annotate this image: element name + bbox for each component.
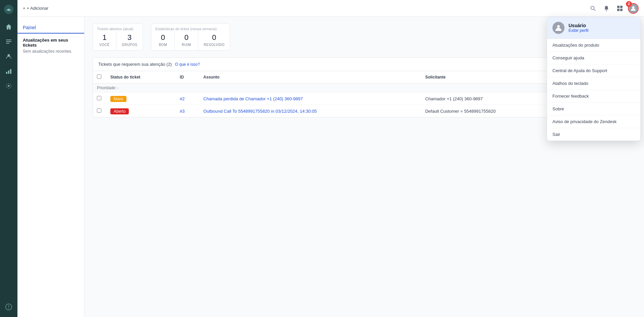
open-tickets-group: Tickets abertos (atual) 1 VOCÊ 3 GRUPOS [93,23,143,51]
notification-button[interactable] [601,3,612,14]
add-button[interactable]: + + Adicionar [23,6,48,11]
row2-requester: Default Customer = 5548991755820 [421,105,565,117]
ticket-stats-group: Estatísticas do ticket (nessa semana) 0 … [151,23,230,51]
updates-title: Atualizações em seus tickets [23,38,79,48]
row1-status: Novo [106,93,176,105]
svg-point-10 [591,6,594,9]
svg-point-16 [632,6,635,8]
dropdown-item-privacy[interactable]: Aviso de privacidade do Zendesk [547,115,640,128]
open-tickets-cells: 1 VOCÊ 3 GRUPOS [93,31,143,50]
svg-rect-12 [617,6,620,8]
topbar: + + Adicionar [17,0,644,17]
sidebar-bottom [2,300,15,314]
sidebar-item-zendesk [2,300,15,314]
row2-checkbox-cell [93,105,106,117]
svg-rect-6 [6,72,7,74]
svg-rect-14 [617,9,620,11]
select-all-checkbox[interactable] [97,74,101,79]
row1-checkbox-cell [93,93,106,105]
user-dropdown-menu: Usuário Exibir perfil Atualizações do pr… [547,17,641,141]
svg-rect-7 [8,70,9,74]
sidebar [0,0,17,317]
row2-subject-link[interactable]: Outbound Call To 5548991755820 in 03/12/… [203,109,317,114]
sidebar-item-reports[interactable] [2,64,15,78]
th-id: ID [176,71,199,84]
svg-point-9 [8,85,10,87]
what-is-this-link[interactable]: O que é isso? [175,62,200,67]
updates-subtitle: Sem atualizações recentes. [23,49,79,54]
sidebar-item-settings[interactable] [2,79,15,93]
sidebar-logo [3,3,15,15]
avatar-wrapper: 2 [628,3,639,14]
add-label: + Adicionar [27,6,49,11]
sidebar-item-tickets[interactable] [2,35,15,48]
dropdown-item-sign-out[interactable]: Sair [547,128,640,141]
dropdown-user-name: Usuário [569,23,588,28]
row2-subject: Outbound Call To 5548991755820 in 03/12/… [199,105,421,117]
status-badge-aberto: Aberto [110,108,129,114]
row2-id: #3 [176,105,199,117]
dropdown-user-info: Usuário Exibir perfil [569,23,588,33]
dropdown-item-product-updates[interactable]: Atualizações do produto [547,39,640,52]
updates-section: Atualizações em seus tickets Sem atualiz… [17,34,84,55]
ticket-stats-title: Estatísticas do ticket (nessa semana) [151,24,230,31]
th-subject: Assunto [199,71,421,84]
dropdown-item-get-help[interactable]: Conseguir ajuda [547,52,640,64]
row2-status: Aberto [106,105,176,117]
dropdown-header: Usuário Exibir perfil [547,17,640,39]
open-tickets-title: Tickets abertos (atual) [93,24,143,31]
svg-point-17 [557,25,560,28]
sidebar-item-users[interactable] [2,50,15,63]
row1-id-link[interactable]: #2 [180,96,184,101]
plus-icon: + [23,6,25,11]
svg-rect-3 [6,41,11,42]
notification-badge: 2 [626,1,632,7]
th-status: Status do ticket [106,71,176,84]
stat-cell-you: 1 VOCÊ [93,31,116,50]
row1-id: #2 [176,93,199,105]
th-checkbox [93,71,106,84]
row1-subject: Chamada perdida de Chamador +1 (240) 360… [199,93,421,105]
dropdown-avatar [552,22,565,34]
stat-cell-bad: 0 RUIM [175,31,198,50]
tab-painel[interactable]: Painel [17,22,84,34]
row1-requester: Chamador +1 (240) 360-9897 [421,93,565,105]
dropdown-item-feedback[interactable]: Fornecer feedback [547,90,640,103]
th-requester: Solicitante [421,71,565,84]
svg-rect-15 [620,9,623,11]
stat-cell-groups: 3 GRUPOS [116,31,143,50]
grid-button[interactable] [614,3,625,14]
dropdown-item-about[interactable]: Sobre [547,103,640,115]
svg-point-11 [606,10,607,11]
view-profile-link[interactable]: Exibir perfil [569,28,588,33]
svg-rect-4 [6,43,9,44]
svg-rect-2 [6,40,11,40]
ticket-stats-cells: 0 BOM 0 RUIM 0 RESOLVIDO [151,31,230,50]
dropdown-item-keyboard-shortcuts[interactable]: Atalhos do teclado [547,77,640,90]
row2-id-link[interactable]: #3 [180,109,184,114]
tickets-section-title: Tickets que requerem sua atenção (2) [98,62,172,67]
svg-rect-13 [620,6,623,8]
svg-rect-8 [10,69,11,74]
dropdown-item-support-help[interactable]: Central de Ajuda do Support [547,64,640,77]
row1-subject-link[interactable]: Chamada perdida de Chamador +1 (240) 360… [203,96,303,101]
search-button[interactable] [588,3,598,14]
sidebar-item-home[interactable] [2,20,15,34]
stat-cell-resolved: 0 RESOLVIDO [198,31,230,50]
svg-point-1 [8,9,10,11]
status-badge-novo: Novo [110,96,126,102]
row1-checkbox[interactable] [97,96,101,100]
topbar-icons: 2 [588,3,639,14]
stat-cell-good: 0 BOM [151,31,175,50]
row2-checkbox[interactable] [97,108,101,113]
left-nav: Painel Atualizações em seus tickets Sem … [17,17,85,317]
